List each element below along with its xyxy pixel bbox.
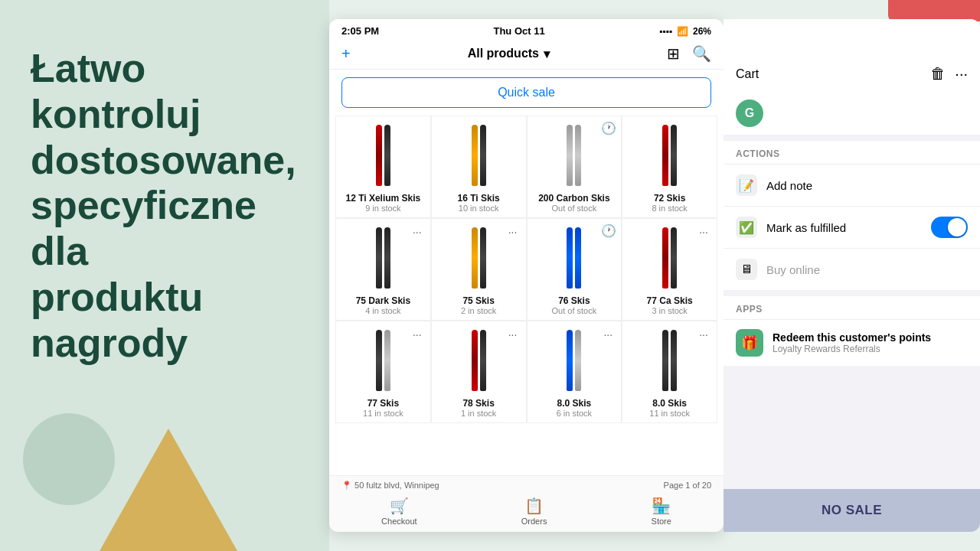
nav-title: All products [468,47,539,60]
products-row-1: 12 Ti Xelium Skis 9 in stock 16 Ti Skis … [335,116,717,218]
status-time: 2:05 PM [341,25,379,37]
product-item[interactable]: ··· 78 Skis 1 in stock [431,321,527,423]
right-panel: Cart 🗑 ··· G ACTIONS 📝 Add note ✅ Mark a… [724,19,980,532]
store-icon: 🏪 [652,497,671,515]
product-item[interactable]: 12 Ti Xelium Skis 9 in stock [335,116,431,218]
no-sale-button[interactable]: NO SALE [724,489,980,532]
apps-header: APPS [724,296,980,319]
add-button[interactable]: + [341,45,351,63]
add-note-label: Add note [766,179,812,192]
product-item[interactable]: 🕐 200 Carbon Skis Out of stock [527,116,622,218]
tab-store-label: Store [652,517,671,526]
search-icon[interactable]: 🔍 [692,44,711,63]
product-menu-button[interactable]: ··· [695,326,712,343]
decorative-triangle [100,429,237,551]
customer-area: G [724,92,980,135]
product-menu-button[interactable]: ··· [409,223,426,240]
orders-icon: 📋 [524,497,544,515]
app-info: Redeem this customer's points Loyalty Re… [773,331,931,354]
cart-header: Cart 🗑 ··· [724,19,980,92]
app-name: Redeem this customer's points [773,331,931,344]
product-menu-button[interactable]: ··· [505,326,521,343]
hero-text: Łatwo kontroluj dostosowane, specyficzne… [31,46,299,367]
product-item[interactable]: ··· 77 Ca Skis 3 in stock [622,218,717,321]
product-menu-button[interactable]: ··· [505,223,521,240]
top-right-button[interactable] [888,0,980,21]
more-icon[interactable]: ··· [955,65,968,83]
product-menu-button[interactable]: ··· [695,223,712,240]
product-menu-button[interactable]: ··· [409,326,426,343]
mobile-frame: 2:05 PM Thu Oct 11 ▪▪▪▪ 📶 26% + All prod… [329,19,724,532]
tab-orders[interactable]: 📋 Orders [521,497,547,526]
actions-section: ACTIONS 📝 Add note ✅ Mark as fulfilled 🖥… [724,141,980,290]
apps-section: APPS 🎁 Redeem this customer's points Loy… [724,296,980,366]
dropdown-icon[interactable]: ▾ [544,47,550,61]
product-menu-button[interactable]: ··· [599,326,616,343]
product-item[interactable]: ··· 75 Dark Skis 4 in stock [335,218,431,321]
checkout-icon: 🛒 [390,497,409,515]
battery-level: 26% [693,26,711,37]
tab-orders-label: Orders [521,517,547,526]
tab-checkout[interactable]: 🛒 Checkout [381,497,416,526]
product-item[interactable]: 🕐 76 Skis Out of stock [527,218,622,321]
mark-fulfilled-action[interactable]: ✅ Mark as fulfilled [724,206,980,248]
wifi-icon: 📶 [677,26,688,37]
barcode-icon[interactable]: ⊞ [667,44,680,63]
buy-online-icon: 🖥 [736,259,757,280]
tab-checkout-label: Checkout [381,517,416,526]
status-bar: 2:05 PM Thu Oct 11 ▪▪▪▪ 📶 26% [329,19,724,40]
location-text: 📍 50 fultz blvd, Winnipeg [341,481,439,491]
actions-header: ACTIONS [724,141,980,164]
loyalty-app-icon: 🎁 [736,329,763,357]
fulfill-icon: ✅ [736,217,757,238]
fulfilled-toggle[interactable] [931,217,968,238]
product-item[interactable]: ··· 75 Skis 2 in stock [431,218,527,321]
footer-bar: 📍 50 fultz blvd, Winnipeg Page 1 of 20 🛒… [329,475,724,532]
left-panel: Łatwo kontroluj dostosowane, specyficzne… [0,0,329,551]
product-item[interactable]: ··· 77 Skis 11 in stock [335,321,431,423]
product-item[interactable]: ··· 8.0 Skis 6 in stock [527,321,622,423]
status-date: Thu Oct 11 [493,25,544,37]
avatar: G [736,99,763,127]
buy-online-label: Buy online [766,263,820,276]
location-bar: 📍 50 fultz blvd, Winnipeg Page 1 of 20 [329,479,724,492]
add-note-icon: 📝 [736,174,757,196]
products-grid: 12 Ti Xelium Skis 9 in stock 16 Ti Skis … [329,116,724,475]
clock-icon: 🕐 [601,223,616,238]
loyalty-app-item[interactable]: 🎁 Redeem this customer's points Loyalty … [724,319,980,366]
top-nav: + All products ▾ ⊞ 🔍 [329,40,724,70]
clock-icon: 🕐 [601,121,616,135]
quick-sale-button[interactable]: Quick sale [341,77,711,108]
signal-icon: ▪▪▪▪ [659,26,672,37]
products-row-2: ··· 75 Dark Skis 4 in stock ··· 75 Skis … [335,218,717,321]
tab-store[interactable]: 🏪 Store [652,497,671,526]
app-sub: Loyalty Rewards Referrals [773,344,931,354]
cart-title: Cart [736,67,759,81]
product-item[interactable]: 72 Skis 8 in stock [622,116,717,218]
mark-fulfilled-label: Mark as fulfilled [766,221,846,234]
product-item[interactable]: ··· 8.0 Skis 11 in stock [622,321,717,423]
buy-online-action[interactable]: 🖥 Buy online [724,248,980,290]
add-note-action[interactable]: 📝 Add note [724,164,980,206]
products-row-3: ··· 77 Skis 11 in stock ··· 78 Skis 1 in… [335,321,717,423]
page-indicator: Page 1 of 20 [664,481,711,491]
product-item[interactable]: 16 Ti Skis 10 in stock [431,116,527,218]
bottom-tabs: 🛒 Checkout 📋 Orders 🏪 Store [329,492,724,527]
trash-icon[interactable]: 🗑 [930,65,946,83]
